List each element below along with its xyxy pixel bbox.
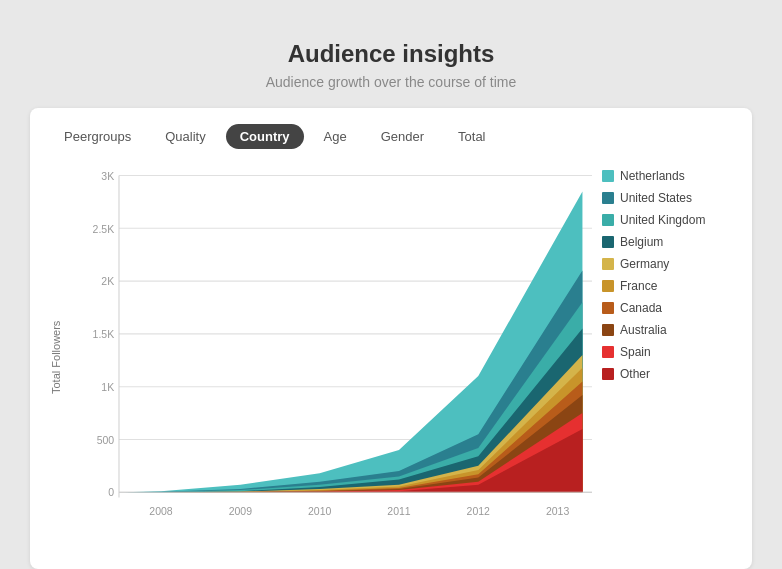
legend-item-label: Canada [620, 301, 662, 315]
page-title: Audience insights [30, 40, 752, 68]
legend-item-label: Netherlands [620, 169, 685, 183]
chart-svg-wrap: 3K 2.5K 2K 1.5K 1K 500 0 2008 2009 2010 … [76, 165, 592, 549]
svg-text:500: 500 [97, 433, 115, 446]
tab-country[interactable]: Country [226, 124, 304, 149]
y-axis-label: Total Followers [50, 165, 66, 549]
svg-text:2K: 2K [101, 275, 114, 288]
legend-color-swatch [602, 280, 614, 292]
legend-item-united-states: United States [602, 191, 732, 205]
svg-text:1K: 1K [101, 380, 114, 393]
legend-item-label: France [620, 279, 657, 293]
legend-item-germany: Germany [602, 257, 732, 271]
legend-color-swatch [602, 236, 614, 248]
svg-text:3K: 3K [101, 169, 114, 182]
tab-gender[interactable]: Gender [367, 124, 438, 149]
chart-area: Total Followers 3K 2.5K [50, 165, 732, 549]
legend-item-belgium: Belgium [602, 235, 732, 249]
page-wrapper: Audience insights Audience growth over t… [20, 20, 762, 569]
legend-item-canada: Canada [602, 301, 732, 315]
legend-color-swatch [602, 368, 614, 380]
tab-age[interactable]: Age [310, 124, 361, 149]
svg-text:2008: 2008 [149, 505, 172, 518]
legend-color-swatch [602, 258, 614, 270]
area-chart: 3K 2.5K 2K 1.5K 1K 500 0 2008 2009 2010 … [76, 165, 592, 545]
svg-text:2012: 2012 [467, 505, 490, 518]
svg-text:2009: 2009 [229, 505, 252, 518]
tab-quality[interactable]: Quality [151, 124, 219, 149]
legend-color-swatch [602, 170, 614, 182]
legend-item-france: France [602, 279, 732, 293]
legend-item-australia: Australia [602, 323, 732, 337]
legend-item-label: United States [620, 191, 692, 205]
legend-item-label: Belgium [620, 235, 663, 249]
chart-with-legend: 3K 2.5K 2K 1.5K 1K 500 0 2008 2009 2010 … [76, 165, 732, 549]
legend-color-swatch [602, 346, 614, 358]
legend-color-swatch [602, 214, 614, 226]
legend-item-label: Germany [620, 257, 669, 271]
chart-legend: NetherlandsUnited StatesUnited KingdomBe… [602, 165, 732, 549]
svg-text:1.5K: 1.5K [93, 328, 115, 341]
svg-text:0: 0 [108, 486, 114, 499]
tab-peergroups[interactable]: Peergroups [50, 124, 145, 149]
tab-bar: PeergroupsQualityCountryAgeGenderTotal [50, 124, 732, 149]
legend-item-label: Other [620, 367, 650, 381]
legend-color-swatch [602, 192, 614, 204]
legend-color-swatch [602, 302, 614, 314]
legend-item-label: Australia [620, 323, 667, 337]
legend-item-spain: Spain [602, 345, 732, 359]
page-subtitle: Audience growth over the course of time [30, 74, 752, 90]
legend-item-other: Other [602, 367, 732, 381]
legend-color-swatch [602, 324, 614, 336]
legend-item-netherlands: Netherlands [602, 169, 732, 183]
svg-text:2.5K: 2.5K [93, 222, 115, 235]
legend-item-label: United Kingdom [620, 213, 705, 227]
tab-total[interactable]: Total [444, 124, 499, 149]
svg-text:2011: 2011 [387, 505, 410, 518]
chart-card: PeergroupsQualityCountryAgeGenderTotal T… [30, 108, 752, 569]
svg-text:2010: 2010 [308, 505, 331, 518]
svg-text:2013: 2013 [546, 505, 569, 518]
legend-item-united-kingdom: United Kingdom [602, 213, 732, 227]
legend-item-label: Spain [620, 345, 651, 359]
